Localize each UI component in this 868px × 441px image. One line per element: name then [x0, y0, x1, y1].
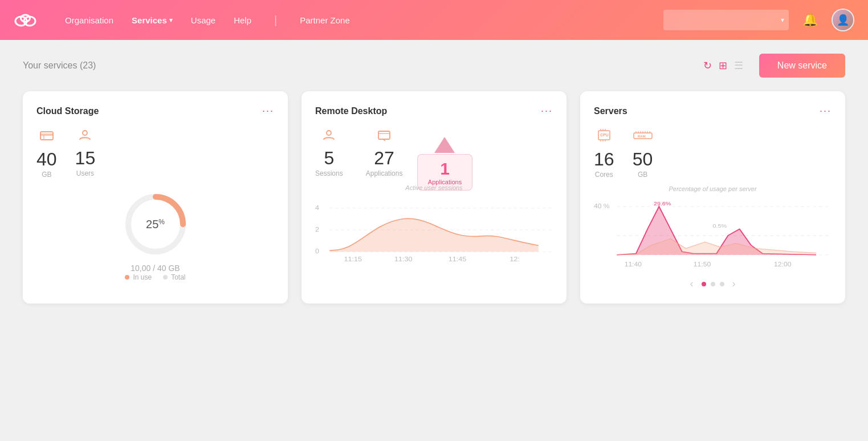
nav-help[interactable]: Help	[234, 15, 251, 25]
svg-text:11:40: 11:40	[625, 261, 642, 268]
servers-menu[interactable]: ···	[820, 105, 832, 117]
pagination-dot-2[interactable]	[711, 282, 715, 286]
servers-chart-svg: 40 % 29.6% 0.5% 11:40 11:50 12:00	[594, 197, 832, 271]
nav-organisation[interactable]: Organisation	[65, 15, 113, 25]
servers-pagination: ‹ ›	[594, 278, 832, 290]
tooltip-number: 1	[428, 159, 462, 179]
logo-icon	[14, 11, 42, 29]
svg-rect-11	[378, 131, 390, 139]
servers-title: Servers	[594, 106, 627, 116]
storage-label: GB	[42, 171, 51, 179]
toolbar-right: ↻ ⊞ ☰ New service	[703, 54, 845, 78]
navbar-right: ▾ 🔔 👤	[663, 9, 854, 31]
remote-desktop-chart-svg: 4 2 0 11:15 11:30 11:45 12:	[315, 196, 553, 264]
storage-display: 10,00 / 40 GB	[131, 264, 180, 273]
applications-value: 27	[374, 149, 394, 167]
svg-text:0: 0	[315, 248, 319, 255]
remote-desktop-title: Remote Desktop	[315, 106, 387, 116]
nav-divider: |	[274, 14, 277, 27]
ram-value: 50	[633, 150, 653, 168]
ram-label: GB	[638, 171, 647, 179]
services-count: Your services (23)	[23, 60, 96, 71]
donut-percent-value: 25%	[146, 218, 165, 230]
remote-desktop-card: Remote Desktop ··· 5 Sessions	[301, 91, 567, 304]
main-nav: Organisation Services ▾ Usage Help | Par…	[65, 14, 663, 27]
grid-view-icon[interactable]: ⊞	[719, 59, 727, 72]
storage-value: 40	[36, 150, 57, 168]
svg-text:11:15: 11:15	[344, 255, 362, 262]
servers-card: Servers ··· CPU	[580, 91, 845, 304]
svg-text:40 %: 40 %	[594, 203, 610, 209]
chevron-down-icon: ▾	[169, 17, 173, 24]
svg-text:12:: 12:	[510, 255, 520, 262]
svg-rect-3	[40, 132, 53, 140]
cards-container: Cloud Storage ··· 40 GB	[23, 91, 845, 304]
tooltip-content: 1 Applications	[417, 154, 472, 191]
storage-icon	[39, 128, 55, 145]
sessions-stat: 5 Sessions	[315, 128, 343, 177]
nav-services[interactable]: Services ▾	[132, 15, 173, 25]
remote-desktop-chart: 4 2 0 11:15 11:30 11:45 12:	[315, 196, 553, 264]
svg-rect-4	[40, 134, 53, 135]
nav-partner-zone[interactable]: Partner Zone	[300, 15, 350, 25]
svg-text:RAM: RAM	[638, 135, 646, 138]
tooltip-arrow-icon	[435, 137, 455, 153]
total-label: Total	[171, 273, 185, 281]
refresh-icon[interactable]: ↻	[703, 59, 712, 72]
donut-chart: 25%	[121, 190, 190, 258]
search-container: ▾	[663, 10, 789, 30]
tooltip-popup: 1 Applications	[417, 137, 472, 191]
avatar[interactable]: 👤	[832, 9, 854, 31]
cloud-storage-menu[interactable]: ···	[262, 105, 274, 117]
cloud-storage-title: Cloud Storage	[36, 106, 99, 116]
sessions-icon	[321, 128, 337, 144]
ram-icon: RAM	[633, 128, 653, 145]
next-page-button[interactable]: ›	[732, 278, 736, 290]
cores-label: Cores	[595, 171, 613, 179]
servers-header: Servers ···	[594, 105, 832, 117]
applications-label: Applications	[366, 169, 403, 177]
legend-inuse: In use	[125, 273, 152, 281]
svg-text:11:50: 11:50	[694, 261, 711, 268]
search-dropdown-icon[interactable]: ▾	[781, 16, 784, 24]
prev-page-button[interactable]: ‹	[690, 278, 694, 290]
svg-text:29.6%: 29.6%	[654, 201, 671, 207]
bell-icon[interactable]: 🔔	[802, 13, 818, 27]
ram-stat: RAM 50 GB	[633, 128, 653, 179]
svg-text:11:45: 11:45	[449, 255, 467, 262]
pagination-dot-1[interactable]	[702, 282, 706, 286]
storage-legend: In use Total	[36, 273, 274, 281]
cores-stat: CPU 16 Cores	[594, 128, 614, 179]
donut-chart-container: 25%	[36, 190, 274, 258]
svg-point-10	[327, 131, 331, 135]
inuse-label: In use	[133, 273, 152, 281]
svg-text:11:30: 11:30	[394, 255, 413, 262]
nav-usage[interactable]: Usage	[191, 15, 215, 25]
search-input[interactable]	[663, 10, 789, 30]
remote-desktop-header: Remote Desktop ···	[315, 105, 553, 117]
pagination-dot-3[interactable]	[720, 282, 724, 286]
remote-desktop-menu[interactable]: ···	[541, 105, 553, 117]
total-dot	[163, 275, 168, 280]
storage-stat: 40 GB	[36, 128, 57, 179]
tooltip-label: Applications	[428, 179, 462, 185]
users-value: 15	[75, 149, 96, 167]
cloud-storage-header: Cloud Storage ···	[36, 105, 274, 117]
cloud-storage-card: Cloud Storage ··· 40 GB	[23, 91, 288, 304]
users-stat: 15 Users	[75, 128, 96, 179]
storage-usage-info: 10,00 / 40 GB	[36, 263, 274, 273]
svg-text:4: 4	[315, 204, 319, 212]
new-service-button[interactable]: New service	[759, 54, 845, 78]
legend-total: Total	[163, 273, 185, 281]
inuse-dot	[125, 275, 129, 280]
list-view-icon[interactable]: ☰	[734, 59, 743, 72]
page-content: Your services (23) ↻ ⊞ ☰ New service Clo…	[0, 40, 868, 441]
servers-chart: 40 % 29.6% 0.5% 11:40 11:50 12:00	[594, 197, 832, 271]
users-icon	[77, 128, 93, 144]
cloud-storage-stats: 40 GB 15 Users	[36, 128, 274, 179]
toolbar: Your services (23) ↻ ⊞ ☰ New service	[23, 54, 845, 78]
navbar: Organisation Services ▾ Usage Help | Par…	[0, 0, 868, 40]
cores-value: 16	[594, 150, 614, 168]
logo[interactable]	[14, 11, 42, 29]
svg-text:0.5%: 0.5%	[713, 223, 727, 229]
